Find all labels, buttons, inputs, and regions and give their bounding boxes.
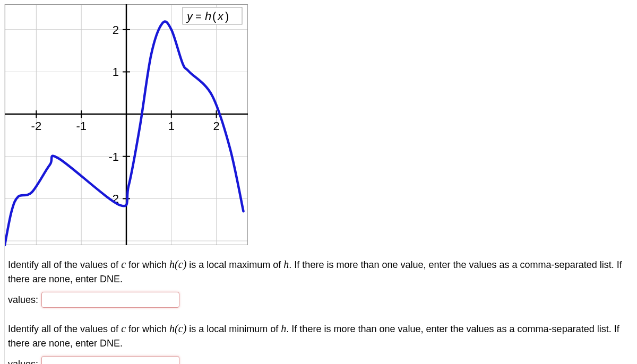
q1-middle: for which xyxy=(126,259,169,270)
q1-h: h xyxy=(283,258,289,270)
svg-text:-1: -1 xyxy=(108,150,119,163)
values-input-1[interactable] xyxy=(41,292,179,308)
values-label-1: values: xyxy=(8,294,38,306)
svg-text:-2: -2 xyxy=(31,119,42,133)
svg-text:1: 1 xyxy=(113,65,119,79)
answer-row-2: values: xyxy=(5,354,633,364)
svg-text:-1: -1 xyxy=(76,119,87,133)
q2-islocal: is a local minimum of xyxy=(186,324,281,334)
answer-row-1: values: xyxy=(5,290,633,315)
function-graph: -2-112-2-112 y=h(x) xyxy=(5,4,252,248)
question-1-text: Identify all of the values of c for whic… xyxy=(5,251,633,290)
svg-text:y: y xyxy=(186,10,194,23)
question-2-text: Identify all of the values of c for whic… xyxy=(5,315,633,354)
values-input-2[interactable] xyxy=(41,356,179,364)
svg-text:2: 2 xyxy=(113,23,119,37)
svg-text:h: h xyxy=(205,10,211,23)
q2-middle: for which xyxy=(126,324,169,334)
chart-area: -2-112-2-112 y=h(x) xyxy=(5,4,633,251)
problem-container: -2-112-2-112 y=h(x) Identify all of the … xyxy=(4,4,633,364)
svg-text:(: ( xyxy=(212,10,217,23)
q2-hc: h(c) xyxy=(169,323,186,334)
q2-h: h xyxy=(281,323,286,334)
svg-text:1: 1 xyxy=(168,119,175,133)
q1-islocal: is a local maximum of xyxy=(186,259,283,270)
svg-text:): ) xyxy=(225,10,229,23)
q1-prefix: Identify all of the values of xyxy=(8,259,121,270)
q2-prefix: Identify all of the values of xyxy=(8,324,121,334)
q2-c: c xyxy=(121,323,126,334)
svg-text:x: x xyxy=(217,10,224,23)
values-label-2: values: xyxy=(8,359,38,365)
q1-c: c xyxy=(121,258,126,270)
svg-text:=: = xyxy=(195,11,202,22)
q1-hc: h(c) xyxy=(169,258,186,270)
svg-text:2: 2 xyxy=(213,119,220,133)
